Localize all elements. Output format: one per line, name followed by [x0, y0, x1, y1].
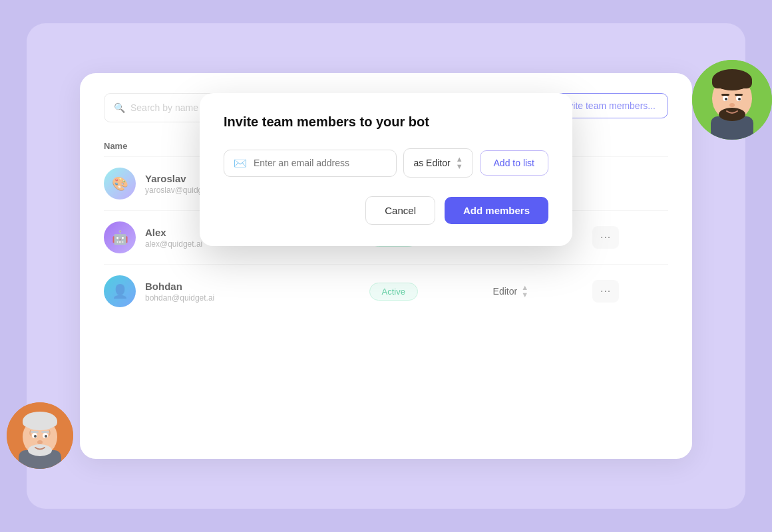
- svg-rect-12: [735, 94, 743, 96]
- add-members-button[interactable]: Add members: [445, 197, 548, 224]
- svg-point-22: [34, 435, 37, 438]
- svg-rect-25: [41, 431, 49, 433]
- modal-title: Invite team members to your bot: [224, 114, 548, 130]
- inner-panel: 🔍 Search by name o Invite team members..…: [80, 73, 692, 459]
- svg-point-6: [719, 108, 745, 121]
- svg-point-13: [729, 103, 735, 107]
- modal-overlay: Invite team members to your bot ✉️ as Ed…: [80, 73, 692, 459]
- outer-card: 🔍 Search by name o Invite team members..…: [27, 23, 745, 509]
- svg-point-10: [738, 98, 741, 100]
- svg-rect-5: [712, 76, 752, 88]
- svg-point-26: [37, 440, 43, 444]
- svg-rect-18: [23, 418, 57, 427]
- cancel-button[interactable]: Cancel: [365, 196, 435, 225]
- email-input-wrap[interactable]: ✉️: [224, 150, 397, 177]
- modal-actions: Cancel Add members: [224, 196, 548, 225]
- email-input[interactable]: [254, 158, 387, 168]
- role-select[interactable]: as Editor ▲▼: [403, 148, 473, 178]
- role-select-arrows-icon: ▲▼: [456, 156, 463, 170]
- add-to-list-button[interactable]: Add to list: [480, 150, 548, 176]
- role-select-label: as Editor: [413, 158, 450, 168]
- avatar-orange: [7, 402, 73, 469]
- avatar-green: [692, 60, 772, 140]
- svg-rect-11: [721, 94, 729, 96]
- svg-rect-24: [31, 431, 39, 433]
- modal-input-row: ✉️ as Editor ▲▼ Add to list: [224, 148, 548, 178]
- svg-point-9: [725, 98, 727, 100]
- email-icon: ✉️: [234, 157, 247, 170]
- invite-modal: Invite team members to your bot ✉️ as Ed…: [200, 93, 572, 246]
- svg-point-23: [45, 435, 47, 438]
- svg-point-19: [28, 444, 52, 456]
